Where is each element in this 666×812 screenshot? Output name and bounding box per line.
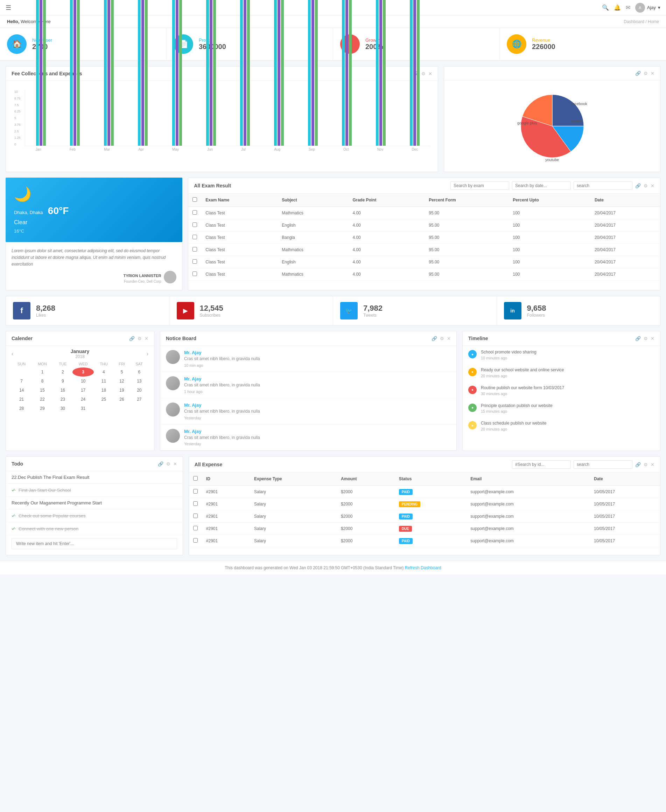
cal-day-3-6[interactable]: 27 bbox=[130, 395, 148, 404]
todo-gear-icon[interactable]: ⚙ bbox=[166, 461, 170, 466]
exam-cell-3-5: 20/04/2017 bbox=[590, 244, 660, 256]
cal-day-2-6[interactable]: 20 bbox=[130, 386, 148, 395]
cal-close-icon[interactable]: ✕ bbox=[145, 336, 148, 341]
expense-row-checkbox-0[interactable] bbox=[193, 489, 198, 494]
exam-row-checkbox-5[interactable] bbox=[193, 271, 197, 276]
expense-link-icon[interactable]: 🔗 bbox=[635, 462, 641, 467]
exam-cell-4-0: Class Test bbox=[201, 256, 277, 268]
notice-gear-icon[interactable]: ⚙ bbox=[440, 336, 444, 341]
cal-day-3-0[interactable]: 21 bbox=[12, 395, 31, 404]
refresh-dashboard-link[interactable]: Refresh Dashboard bbox=[405, 566, 441, 570]
cal-day-1-4[interactable]: 11 bbox=[94, 377, 114, 386]
cal-prev-button[interactable]: ‹ bbox=[12, 351, 13, 357]
expense-row-checkbox-2[interactable] bbox=[193, 514, 198, 518]
hamburger-menu[interactable]: ☰ bbox=[6, 4, 11, 12]
cal-day-0-2[interactable]: 2 bbox=[53, 367, 73, 377]
cal-day-3-4[interactable]: 25 bbox=[94, 395, 114, 404]
chart-month-label-Oct: Oct bbox=[343, 147, 349, 151]
timeline-dot-3: ● bbox=[468, 404, 476, 412]
chart-month-label-Sep: Sep bbox=[309, 147, 315, 151]
search-date-input[interactable] bbox=[512, 182, 571, 190]
exam-row-checkbox-0[interactable] bbox=[193, 210, 197, 215]
cal-day-1-3[interactable]: 10 bbox=[73, 377, 94, 386]
cal-day-2-5[interactable]: 19 bbox=[114, 386, 130, 395]
cal-day-0-1[interactable]: 1 bbox=[31, 367, 53, 377]
cal-day-0-6[interactable]: 6 bbox=[130, 367, 148, 377]
notice-link-icon[interactable]: 🔗 bbox=[432, 336, 437, 341]
pie-close-icon[interactable]: ✕ bbox=[651, 71, 654, 76]
expense-row-checkbox-1[interactable] bbox=[193, 501, 198, 506]
expense-cell-4-2: $2000 bbox=[337, 535, 395, 547]
exam-cell-1-2: 4.00 bbox=[348, 219, 425, 232]
cal-day-4-1[interactable]: 29 bbox=[31, 404, 53, 413]
cal-day-3-1[interactable]: 22 bbox=[31, 395, 53, 404]
exam-row-checkbox-4[interactable] bbox=[193, 259, 197, 264]
cal-day-4-0[interactable]: 28 bbox=[12, 404, 31, 413]
search-icon[interactable]: 🔍 bbox=[602, 4, 609, 11]
cal-day-3-2[interactable]: 23 bbox=[53, 395, 73, 404]
expense-close-icon[interactable]: ✕ bbox=[651, 462, 654, 467]
pie-link-icon[interactable]: 🔗 bbox=[635, 71, 641, 76]
search-exam-input[interactable] bbox=[450, 182, 509, 190]
cal-day-2-0[interactable]: 14 bbox=[12, 386, 31, 395]
bar-Aug-2 bbox=[281, 0, 284, 146]
exam-close-icon[interactable]: ✕ bbox=[651, 183, 654, 189]
bar-Mar-2 bbox=[111, 0, 114, 146]
bar-Sep-0 bbox=[308, 0, 311, 146]
cal-day-4-3[interactable]: 31 bbox=[73, 404, 94, 413]
cal-day-0-5[interactable]: 5 bbox=[114, 367, 130, 377]
bell-icon[interactable]: 🔔 bbox=[614, 4, 621, 11]
gear-icon[interactable]: ⚙ bbox=[421, 71, 425, 76]
cal-day-0-3[interactable]: 3 bbox=[73, 367, 94, 377]
expense-search-id-input[interactable] bbox=[512, 460, 571, 469]
exam-row-checkbox-1[interactable] bbox=[193, 222, 197, 227]
todo-link-icon[interactable]: 🔗 bbox=[158, 461, 163, 466]
expense-cell-2-1: Salary bbox=[250, 510, 337, 523]
mail-icon[interactable]: ✉ bbox=[626, 4, 630, 11]
exam-table-row: Class TestMathmatics4.0095.0010020/04/20… bbox=[188, 268, 660, 281]
cal-day-4-2[interactable]: 30 bbox=[53, 404, 73, 413]
expense-gear-icon[interactable]: ⚙ bbox=[644, 462, 648, 467]
cal-day-0-4[interactable]: 4 bbox=[94, 367, 114, 377]
exam-gear-icon[interactable]: ⚙ bbox=[644, 183, 648, 189]
cal-day-3-5[interactable]: 26 bbox=[114, 395, 130, 404]
exam-row-checkbox-3[interactable] bbox=[193, 247, 197, 251]
cal-day-2-1[interactable]: 15 bbox=[31, 386, 53, 395]
expense-row-checkbox-3[interactable] bbox=[193, 526, 198, 530]
cal-day-3-3[interactable]: 24 bbox=[73, 395, 94, 404]
timeline-link-icon[interactable]: 🔗 bbox=[635, 336, 641, 341]
cal-day-1-1[interactable]: 8 bbox=[31, 377, 53, 386]
expense-select-all[interactable] bbox=[193, 476, 198, 481]
cal-day-1-5[interactable]: 12 bbox=[114, 377, 130, 386]
exam-row-checkbox-2[interactable] bbox=[193, 235, 197, 239]
close-icon[interactable]: ✕ bbox=[429, 71, 432, 76]
notice-close-icon[interactable]: ✕ bbox=[447, 336, 451, 341]
cal-day-2-2[interactable]: 16 bbox=[53, 386, 73, 395]
bar-Sep-1 bbox=[312, 0, 314, 146]
search-input[interactable] bbox=[574, 182, 632, 190]
cal-link-icon[interactable]: 🔗 bbox=[129, 336, 135, 341]
timeline-gear-icon[interactable]: ⚙ bbox=[644, 336, 648, 341]
expense-search-input[interactable] bbox=[574, 460, 632, 469]
cal-day-2-3[interactable]: 17 bbox=[73, 386, 94, 395]
bar-group-Jul bbox=[229, 90, 261, 146]
user-menu[interactable]: A Ajay ▾ bbox=[635, 3, 660, 13]
cal-next-button[interactable]: › bbox=[147, 351, 148, 357]
cal-day-2-4[interactable]: 18 bbox=[94, 386, 114, 395]
linkedin-icon: in bbox=[504, 302, 521, 319]
exam-select-all[interactable] bbox=[193, 197, 197, 202]
cal-day-1-0[interactable]: 7 bbox=[12, 377, 31, 386]
facebook-icon: f bbox=[13, 302, 30, 319]
cal-gear-icon[interactable]: ⚙ bbox=[138, 336, 142, 341]
cal-day-1-2[interactable]: 9 bbox=[53, 377, 73, 386]
cal-day-1-6[interactable]: 13 bbox=[130, 377, 148, 386]
exam-link-icon[interactable]: 🔗 bbox=[635, 183, 641, 189]
timeline-close-icon[interactable]: ✕ bbox=[651, 336, 654, 341]
todo-new-item-input[interactable] bbox=[12, 538, 177, 549]
bar-Mar-0 bbox=[104, 0, 107, 146]
todo-close-icon[interactable]: ✕ bbox=[173, 461, 177, 466]
pie-gear-icon[interactable]: ⚙ bbox=[644, 71, 648, 76]
user-dropdown-icon[interactable]: ▾ bbox=[658, 5, 660, 10]
author-row: TYRION LANNISTER Founder-Ceo, Dell Corp bbox=[12, 270, 176, 285]
expense-row-checkbox-4[interactable] bbox=[193, 538, 198, 542]
